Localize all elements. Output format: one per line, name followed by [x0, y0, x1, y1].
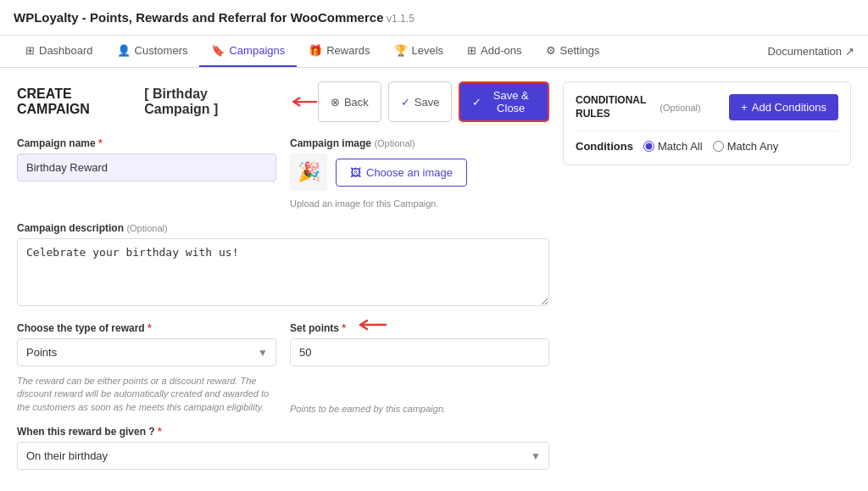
page-title-row: CREATE CAMPAIGN [ Birthday Campaign ] ⊗ … — [17, 81, 549, 122]
add-icon: + — [741, 101, 748, 114]
form-top-grid: Campaign name * Campaign image (Optional… — [17, 137, 549, 209]
nav-documentation[interactable]: Documentation ↗ — [768, 36, 854, 66]
nav-item-dashboard[interactable]: ⊞ Dashboard — [14, 36, 105, 67]
set-points-required: * — [342, 322, 346, 334]
match-radio-group: Match All Match Any — [643, 140, 778, 153]
party-icon: 🎉 — [298, 161, 320, 183]
nav-label-dashboard: Dashboard — [39, 44, 93, 57]
back-icon: ⊗ — [331, 96, 340, 109]
app-title: WPLoyalty - Points, Rewards and Referral… — [14, 10, 383, 25]
reward-type-required: * — [147, 322, 152, 334]
when-required: * — [158, 426, 162, 438]
conditional-title: CONDITIONALRULES — [576, 94, 646, 120]
add-conditions-button[interactable]: + Add Conditions — [729, 94, 838, 120]
set-points-group: Set points * — [290, 318, 549, 366]
campaign-name-input[interactable] — [17, 153, 276, 181]
app-header: WPLoyalty - Points, Rewards and Referral… — [0, 0, 868, 36]
nav-label-campaigns: Campaigns — [229, 44, 285, 57]
nav-item-customers[interactable]: 👤 Customers — [105, 36, 200, 67]
back-button[interactable]: ⊗ Back — [318, 81, 381, 122]
page-title: CREATE CAMPAIGN [ Birthday Campaign ] — [17, 86, 318, 117]
nav-label-customers: Customers — [135, 44, 188, 57]
reward-type-group: Choose the type of reward * Points Disco… — [17, 322, 276, 366]
save-close-label: Save & Close — [486, 89, 536, 114]
points-arrow-indicator — [353, 318, 387, 332]
save-icon: ✓ — [401, 96, 410, 109]
match-all-label: Match All — [658, 140, 703, 153]
reward-type-select-wrapper: Points Discount ▼ — [17, 338, 276, 366]
nav-item-levels[interactable]: 🏆 Levels — [382, 36, 456, 67]
cond-title-area: CONDITIONALRULES (Optional) — [576, 94, 708, 120]
save-close-button[interactable]: ✓ Save & Close — [459, 81, 549, 122]
conditions-row: Conditions Match All Match Any — [576, 140, 838, 153]
campaign-name-tag: [ Birthday Campaign ] — [144, 86, 274, 117]
required-asterisk: * — [98, 137, 103, 149]
right-panel: CONDITIONALRULES (Optional) + Add Condit… — [563, 81, 851, 470]
nav-item-settings[interactable]: ⚙ Settings — [534, 36, 612, 67]
add-conditions-label: Add Conditions — [752, 101, 826, 114]
back-label: Back — [344, 96, 369, 109]
campaign-desc-label: Campaign description (Optional) — [17, 222, 549, 234]
helper-texts-row: The reward can be either points or a dis… — [17, 371, 549, 414]
image-upload-area: 🎉 🖼 Choose an image — [290, 153, 549, 191]
when-reward-section: When this reward be given ? * On their b… — [17, 426, 549, 470]
campaign-image-label: Campaign image (Optional) — [290, 137, 549, 149]
divider — [576, 131, 838, 131]
nav-label-rewards: Rewards — [326, 44, 370, 57]
customers-icon: 👤 — [117, 44, 131, 57]
reward-points-grid: Choose the type of reward * Points Disco… — [17, 318, 549, 366]
match-any-label: Match Any — [727, 140, 779, 153]
campaign-image-group: Campaign image (Optional) 🎉 🖼 Choose an … — [290, 137, 549, 209]
campaign-desc-textarea[interactable]: Celebrate your birthday with us! — [17, 238, 549, 306]
when-select-wrapper: On their birthday On signup On purchase … — [17, 442, 549, 470]
reward-type-label: Choose the type of reward * — [17, 322, 276, 334]
save-label: Save — [415, 96, 440, 109]
levels-icon: 🏆 — [394, 44, 408, 57]
campaign-name-label: Campaign name * — [17, 137, 276, 149]
when-reward-label: When this reward be given ? * — [17, 426, 549, 438]
upload-hint: Upload an image for this Campaign. — [290, 198, 549, 209]
nav-bar: ⊞ Dashboard 👤 Customers 🔖 Campaigns 🎁 Re… — [0, 36, 868, 68]
save-close-icon: ✓ — [472, 96, 481, 109]
reward-type-select[interactable]: Points Discount — [17, 338, 276, 366]
match-all-input[interactable] — [643, 141, 654, 152]
conditional-optional: (Optional) — [659, 103, 700, 113]
external-link-icon: ↗ — [845, 45, 854, 58]
campaign-desc-group: Campaign description (Optional) Celebrat… — [17, 222, 549, 306]
choose-image-label: Choose an image — [366, 166, 453, 179]
settings-icon: ⚙ — [546, 44, 556, 57]
campaigns-icon: 🔖 — [211, 44, 225, 57]
set-points-input[interactable] — [290, 338, 549, 366]
nav-label-levels: Levels — [412, 44, 444, 57]
match-any-input[interactable] — [713, 141, 724, 152]
campaign-name-group: Campaign name * — [17, 137, 276, 209]
conditional-header: CONDITIONALRULES (Optional) + Add Condit… — [576, 94, 838, 120]
save-button[interactable]: ✓ Save — [388, 81, 453, 122]
rewards-icon: 🎁 — [309, 44, 322, 57]
main-content: CREATE CAMPAIGN [ Birthday Campaign ] ⊗ … — [0, 68, 868, 483]
image-icon: 🖼 — [350, 166, 361, 179]
points-hint-text: Points to be earned by this campaign. — [290, 404, 549, 414]
arrow-indicator — [287, 95, 318, 109]
set-points-label: Set points * — [290, 318, 549, 334]
app-version: v1.1.5 — [387, 13, 415, 25]
match-any-radio[interactable]: Match Any — [713, 140, 779, 153]
create-campaign-label: CREATE CAMPAIGN — [17, 86, 137, 117]
nav-label-settings: Settings — [560, 44, 600, 57]
nav-item-campaigns[interactable]: 🔖 Campaigns — [199, 36, 297, 67]
left-panel: CREATE CAMPAIGN [ Birthday Campaign ] ⊗ … — [17, 81, 549, 470]
desc-optional: (Optional) — [126, 223, 167, 233]
nav-item-rewards[interactable]: 🎁 Rewards — [297, 36, 381, 67]
documentation-label: Documentation — [768, 45, 842, 58]
addons-icon: ⊞ — [467, 44, 476, 57]
match-all-radio[interactable]: Match All — [643, 140, 703, 153]
choose-image-button[interactable]: 🖼 Choose an image — [336, 159, 467, 187]
nav-label-addons: Add-ons — [481, 44, 521, 57]
action-buttons: ⊗ Back ✓ Save ✓ Save & Close — [318, 81, 549, 122]
conditional-panel: CONDITIONALRULES (Optional) + Add Condit… — [563, 81, 851, 165]
when-reward-select[interactable]: On their birthday On signup On purchase — [17, 442, 549, 470]
conditions-label: Conditions — [576, 140, 633, 153]
nav-item-addons[interactable]: ⊞ Add-ons — [455, 36, 533, 67]
image-optional: (Optional) — [374, 138, 415, 148]
dashboard-icon: ⊞ — [25, 44, 35, 57]
